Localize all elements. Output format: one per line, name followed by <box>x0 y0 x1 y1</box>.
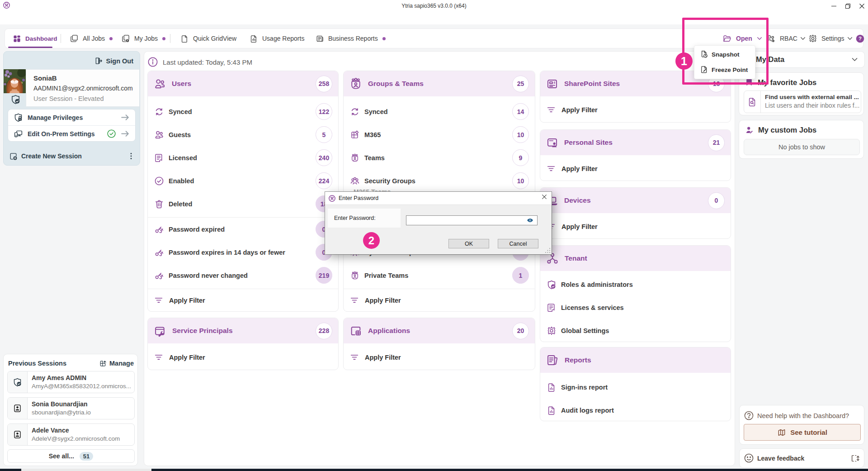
svg-text:?: ? <box>859 36 862 41</box>
